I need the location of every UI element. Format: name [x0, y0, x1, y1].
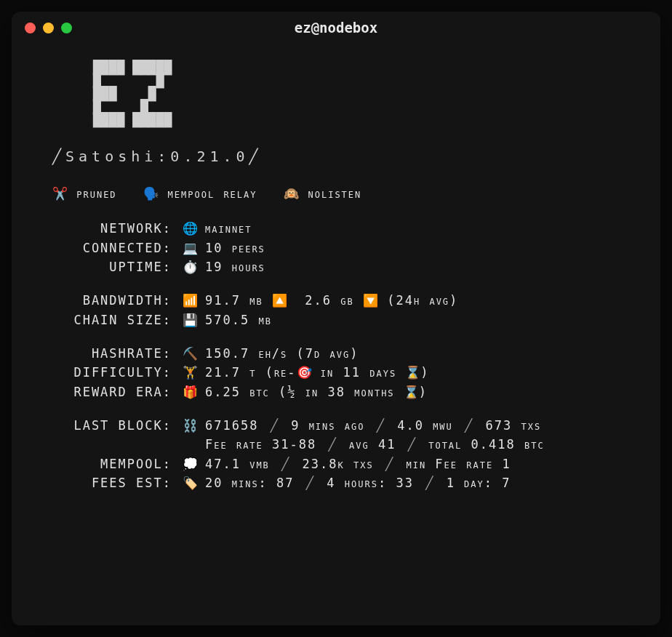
signal-icon: 📶 [176, 291, 205, 310]
row-network: NETWORK: 🌐 mainnet [52, 219, 631, 238]
label-uptime: UPTIME: [52, 257, 176, 276]
total-value: 0.418 btc [471, 437, 545, 452]
reward-value: 6.25 btc [205, 385, 270, 399]
chains-icon: ⛓️ [176, 416, 205, 435]
reward-close: ) [419, 385, 428, 399]
flag-pruned: pruned [76, 186, 116, 201]
fees-t3-label: 1 day: [447, 476, 493, 490]
lastblock-block: LAST BLOCK: ⛓️ 671658 ╱ 9 mins ago ╱ 4.0… [52, 416, 631, 492]
bandwidth-down: 2.6 gb [305, 293, 353, 308]
gift-icon: 🎁 [176, 382, 205, 401]
floppy-icon: 💾 [176, 311, 205, 329]
label-lastblock: LAST BLOCK: [52, 416, 176, 435]
minimize-icon[interactable] [43, 23, 54, 33]
row-uptime: UPTIME: ⏱️ 19 hours [52, 257, 631, 276]
label-feesest: FEES EST: [52, 473, 176, 492]
row-reward: REWARD ERA: 🎁 6.25 btc (½ in 38 months ⌛… [52, 382, 631, 401]
label-reward: REWARD ERA: [52, 382, 176, 401]
speaking-head-icon: 🗣️ [143, 186, 159, 201]
fees-t1: 87 [276, 476, 294, 490]
tag-icon: 🏷️ [176, 473, 205, 492]
flags-row: ✂️ pruned 🗣️ mempool relay 🙉 nolisten [52, 184, 631, 203]
reward-half: ½ [287, 385, 296, 399]
down-arrow-icon: 🔽 [363, 293, 378, 308]
flag-mempool-relay: mempool relay [168, 186, 257, 201]
lastblock-weight: 4.0 mwu [397, 418, 453, 433]
pick-icon: ⛏️ [176, 344, 205, 363]
row-feesest: FEES EST: 🏷️ 20 mins: 87 ╱ 4 hours: 33 ╱… [52, 473, 631, 492]
reward-half-prefix: ( [279, 385, 287, 399]
close-icon[interactable] [25, 23, 36, 33]
stopwatch-icon: ⏱️ [176, 257, 205, 276]
value-connected: 10 peers [205, 239, 631, 257]
label-chainsize: CHAIN SIZE: [52, 311, 176, 329]
bandwidth-block: BANDWIDTH: 📶 91.7 mb 🔼 2.6 gb 🔽 (24h avg… [52, 291, 631, 329]
value-lastblock: 671658 ╱ 9 mins ago ╱ 4.0 mwu ╱ 673 txs [205, 416, 631, 435]
row-hashrate: HASHRATE: ⛏️ 150.7 eh/s (7d avg) [52, 344, 631, 363]
value-network: mainnet [205, 219, 631, 238]
titlebar: ez@nodebox [12, 12, 660, 44]
globe-icon: 🌐 [176, 219, 205, 238]
hourglass-icon-2: ⌛ [404, 385, 419, 399]
target-icon: 🎯 [297, 365, 312, 380]
mempool-size: 47.1 vmb [205, 457, 270, 471]
row-bandwidth: BANDWIDTH: 📶 91.7 mb 🔼 2.6 gb 🔽 (24h avg… [52, 291, 631, 310]
lastblock-height: 671658 [205, 418, 258, 433]
row-difficulty: DIFFICULTY: 🏋️ 21.7 t (re-🎯 in 11 days ⌛… [52, 363, 631, 382]
total-label: total [428, 437, 462, 452]
mempool-minfee: 1 [502, 457, 511, 471]
thought-bubble-icon: 💭 [176, 454, 205, 473]
avg-label: avg [349, 437, 369, 452]
label-hashrate: HASHRATE: [52, 344, 176, 363]
bandwidth-suffix: (24h avg) [387, 293, 458, 308]
fees-t3: 7 [502, 476, 511, 490]
laptop-icon: 💻 [176, 239, 205, 257]
avg-value: 41 [378, 437, 396, 452]
value-difficulty: 21.7 t (re-🎯 in 11 days ⌛) [205, 363, 631, 382]
label-difficulty: DIFFICULTY: [52, 363, 176, 382]
difficulty-close: ) [420, 365, 429, 380]
feerate-label: Fee rate [205, 437, 263, 452]
fees-t2: 33 [396, 476, 413, 490]
difficulty-retarget-rest: in 11 days [312, 365, 406, 380]
lastblock-txs: 673 txs [486, 418, 542, 433]
label-network: NETWORK: [52, 219, 176, 238]
row-chainsize: CHAIN SIZE: 💾 570.5 mb [52, 311, 631, 329]
traffic-lights [25, 23, 72, 33]
reward-half-rest: in 38 months [297, 385, 404, 399]
value-lastblock-fees: Fee rate 31-88 ╱ avg 41 ╱ total 0.418 bt… [205, 435, 631, 454]
zoom-icon[interactable] [61, 23, 72, 33]
value-uptime: 19 hours [205, 257, 631, 276]
scissors-icon: ✂️ [52, 186, 68, 201]
hourglass-icon: ⌛ [405, 365, 420, 380]
fees-t1-label: 20 mins: [205, 476, 268, 490]
value-feesest: 20 mins: 87 ╱ 4 hours: 33 ╱ 1 day: 7 [205, 473, 631, 492]
mempool-minfee-label: min Fee rate [406, 457, 493, 471]
bandwidth-up: 91.7 mb [205, 293, 263, 308]
difficulty-retarget-prefix: (re- [265, 365, 297, 380]
feerate-range: 31-88 [272, 437, 316, 452]
window-title: ez@nodebox [12, 20, 660, 36]
difficulty-value: 21.7 t [205, 365, 256, 380]
value-reward: 6.25 btc (½ in 38 months ⌛) [205, 382, 631, 401]
value-mempool: 47.1 vmb ╱ 23.8k txs ╱ min Fee rate 1 [205, 454, 631, 473]
label-connected: CONNECTED: [52, 239, 176, 257]
ascii-logo: ████ █████ █ █ ███ █ █ █ ████ █████ [93, 61, 631, 127]
fees-t2-label: 4 hours: [327, 476, 387, 490]
row-lastblock: LAST BLOCK: ⛓️ 671658 ╱ 9 mins ago ╱ 4.0… [52, 416, 631, 435]
row-mempool: MEMPOOL: 💭 47.1 vmb ╱ 23.8k txs ╱ min Fe… [52, 454, 631, 473]
label-bandwidth: BANDWIDTH: [52, 291, 176, 310]
terminal-window: ez@nodebox ████ █████ █ █ ███ █ █ █ ████… [12, 12, 660, 625]
hear-no-evil-icon: 🙉 [284, 186, 299, 201]
value-chainsize: 570.5 mb [205, 311, 631, 329]
row-connected: CONNECTED: 💻 10 peers [52, 239, 631, 257]
mining-block: HASHRATE: ⛏️ 150.7 eh/s (7d avg) DIFFICU… [52, 344, 631, 401]
weightlifter-icon: 🏋️ [176, 363, 205, 382]
value-bandwidth: 91.7 mb 🔼 2.6 gb 🔽 (24h avg) [205, 291, 631, 310]
terminal-body: ████ █████ █ █ ███ █ █ █ ████ █████ ╱Sat… [12, 44, 660, 529]
version-line: ╱Satoshi:0.21.0╱ [52, 145, 631, 168]
label-mempool: MEMPOOL: [52, 454, 176, 473]
row-lastblock-fees: .. Fee rate 31-88 ╱ avg 41 ╱ total 0.418… [52, 435, 631, 454]
flag-nolisten: nolisten [308, 186, 361, 201]
lastblock-age: 9 mins ago [291, 418, 364, 433]
